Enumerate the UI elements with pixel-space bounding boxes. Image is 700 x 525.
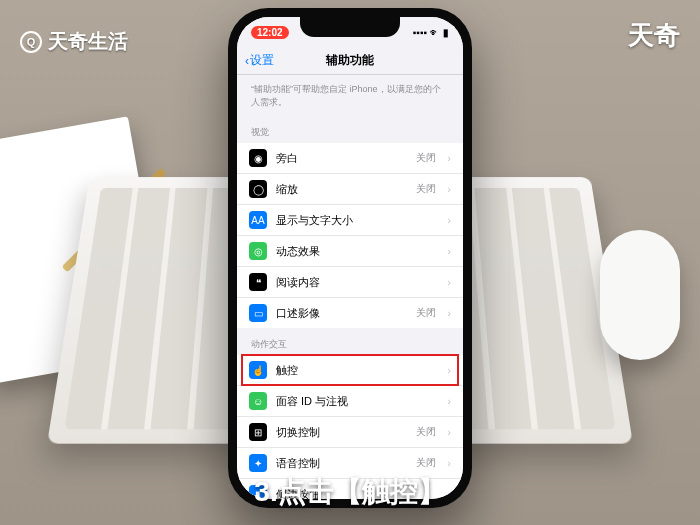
cell-icon: ⊞ xyxy=(249,423,267,441)
cell-value: 关闭 xyxy=(416,425,436,439)
signal-icon: ▪▪▪▪ xyxy=(413,27,427,38)
settings-cell-旁白[interactable]: ◉旁白关闭› xyxy=(237,143,463,174)
phone-frame: 12:02 ▪▪▪▪ ᯤ ▮ ‹ 设置 辅助功能 “辅助功能”可帮助您自定 iP… xyxy=(228,8,472,508)
cell-value: 关闭 xyxy=(416,151,436,165)
settings-cell-显示与文字大小[interactable]: AA显示与文字大小› xyxy=(237,205,463,236)
cell-label: 切换控制 xyxy=(276,425,407,440)
settings-cell-面容 ID 与注视[interactable]: ☺面容 ID 与注视› xyxy=(237,386,463,417)
settings-cell-口述影像[interactable]: ▭口述影像关闭› xyxy=(237,298,463,328)
cell-label: 旁白 xyxy=(276,151,407,166)
cell-icon: ❝ xyxy=(249,273,267,291)
cell-label: 触控 xyxy=(276,363,438,378)
cell-label: 显示与文字大小 xyxy=(276,213,438,228)
vision-group: ◉旁白关闭›◯缩放关闭›AA显示与文字大小›◎动态效果›❝阅读内容›▭口述影像关… xyxy=(237,143,463,328)
nav-bar: ‹ 设置 辅助功能 xyxy=(237,47,463,75)
cell-value: 关闭 xyxy=(416,456,436,470)
cell-label: 语音控制 xyxy=(276,456,407,471)
mouse-prop xyxy=(600,230,680,360)
cell-value: 关闭 xyxy=(416,182,436,196)
chevron-right-icon: › xyxy=(447,457,451,469)
cell-label: 阅读内容 xyxy=(276,275,438,290)
cell-value: 关闭 xyxy=(416,306,436,320)
back-button[interactable]: ‹ 设置 xyxy=(245,52,274,69)
settings-cell-动态效果[interactable]: ◎动态效果› xyxy=(237,236,463,267)
cell-label: 动态效果 xyxy=(276,244,438,259)
cell-icon: ▭ xyxy=(249,304,267,322)
chevron-right-icon: › xyxy=(447,214,451,226)
chevron-left-icon: ‹ xyxy=(245,54,249,68)
brand-logo-icon: Q xyxy=(20,31,42,53)
back-label: 设置 xyxy=(250,52,274,69)
settings-cell-阅读内容[interactable]: ❝阅读内容› xyxy=(237,267,463,298)
chevron-right-icon: › xyxy=(447,183,451,195)
cell-icon: AA xyxy=(249,211,267,229)
cell-icon: ☝ xyxy=(249,361,267,379)
settings-cell-切换控制[interactable]: ⊞切换控制关闭› xyxy=(237,417,463,448)
wifi-icon: ᯤ xyxy=(430,27,440,38)
notch xyxy=(300,17,400,37)
section-header-motor: 动作交互 xyxy=(237,328,463,355)
cell-label: 口述影像 xyxy=(276,306,407,321)
status-time: 12:02 xyxy=(251,26,289,39)
scroll-content[interactable]: “辅助功能”可帮助您自定 iPhone，以满足您的个人需求。 视觉 ◉旁白关闭›… xyxy=(237,75,463,499)
tutorial-caption: 3.点击【触控】 xyxy=(0,473,700,511)
cell-label: 缩放 xyxy=(276,182,407,197)
chevron-right-icon: › xyxy=(447,364,451,376)
chevron-right-icon: › xyxy=(447,395,451,407)
cell-icon: ◎ xyxy=(249,242,267,260)
cell-icon: ◯ xyxy=(249,180,267,198)
brand-top-left: Q 天奇生活 xyxy=(20,28,128,55)
page-title: 辅助功能 xyxy=(326,52,374,69)
battery-icon: ▮ xyxy=(443,27,449,38)
settings-cell-缩放[interactable]: ◯缩放关闭› xyxy=(237,174,463,205)
cell-icon: ☺ xyxy=(249,392,267,410)
chevron-right-icon: › xyxy=(447,152,451,164)
chevron-right-icon: › xyxy=(447,276,451,288)
brand-top-right: 天奇 xyxy=(628,18,680,53)
brand-tl-text: 天奇生活 xyxy=(48,28,128,55)
cell-icon: ✦ xyxy=(249,454,267,472)
chevron-right-icon: › xyxy=(447,245,451,257)
cell-icon: ◉ xyxy=(249,149,267,167)
settings-cell-触控[interactable]: ☝触控› xyxy=(237,355,463,386)
cell-label: 面容 ID 与注视 xyxy=(276,394,438,409)
chevron-right-icon: › xyxy=(447,426,451,438)
page-description: “辅助功能”可帮助您自定 iPhone，以满足您的个人需求。 xyxy=(237,75,463,116)
phone-screen: 12:02 ▪▪▪▪ ᯤ ▮ ‹ 设置 辅助功能 “辅助功能”可帮助您自定 iP… xyxy=(237,17,463,499)
section-header-vision: 视觉 xyxy=(237,116,463,143)
chevron-right-icon: › xyxy=(447,307,451,319)
